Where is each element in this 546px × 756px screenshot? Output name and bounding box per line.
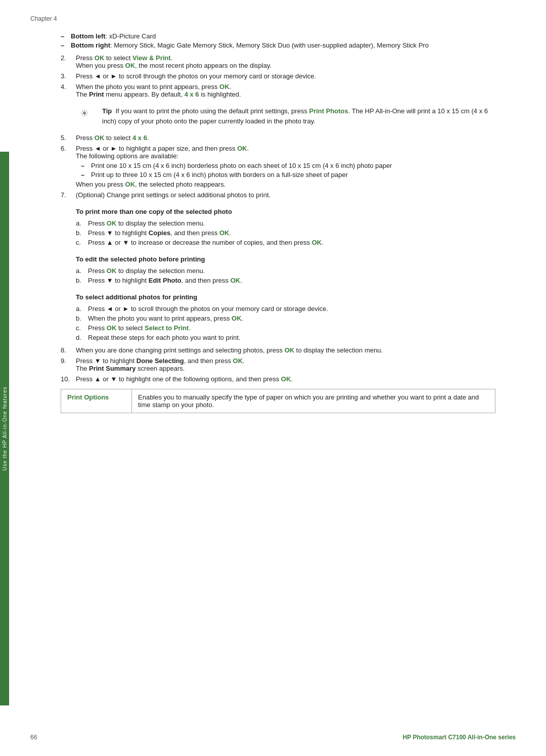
ok-green: OK [107, 267, 117, 275]
page-number: 66 [30, 734, 37, 741]
ok-green4: OK [95, 134, 105, 142]
step-8: 8. When you are done changing print sett… [61, 346, 495, 354]
ok-green6: OK [125, 181, 135, 188]
footer: 66 HP Photosmart C7100 All-in-One series [30, 734, 516, 741]
step-2: 2. Press OK to select View & Print. When… [61, 54, 495, 69]
ok-green2: OK [125, 62, 135, 69]
list-item: a. Press OK to display the selection men… [76, 267, 495, 275]
chapter-label: Chapter 4 [30, 15, 516, 22]
table-row: Print Options Enables you to manually sp… [61, 389, 495, 413]
step-4-line1: When the photo you want to print appears… [76, 83, 495, 91]
list-item: a. Press OK to display the selection men… [76, 219, 495, 227]
step-7-row: 7. (Optional) Change print settings or s… [61, 191, 495, 199]
step-num: 9. [61, 357, 76, 372]
alpha-label: b. [76, 315, 88, 322]
tip-box: ☀ Tip If you want to print the photo usi… [76, 104, 495, 128]
step-2-line1: Press OK to select View & Print. [76, 54, 495, 62]
ok-green8: OK [233, 357, 243, 365]
alpha-label: d. [76, 334, 88, 341]
main-content: – Bottom left: xD-Picture Card – Bottom … [61, 32, 495, 413]
step-num: 7. [61, 191, 76, 199]
step-4-row: 4. When the photo you want to print appe… [61, 83, 495, 98]
bullet-text: Print one 10 x 15 cm (4 x 6 inch) border… [91, 162, 392, 169]
item-text: Press OK to display the selection menu. [88, 219, 205, 227]
item-text: Repeat these steps for each photo you wa… [88, 334, 240, 341]
alpha-list: a. Press ◄ or ► to scroll through the ph… [76, 305, 495, 341]
subsection-edit: To edit the selected photo before printi… [76, 255, 495, 284]
step-num: 2. [61, 54, 76, 69]
step-8-row: 8. When you are done changing print sett… [61, 346, 495, 354]
list-item: d. Repeat these steps for each photo you… [76, 334, 495, 341]
step-9-line2: The Print Summary screen appears. [76, 365, 495, 372]
item-text: Press ▲ or ▼ to increase or decrease the… [88, 239, 324, 246]
step-num: 4. [61, 83, 76, 98]
4x6-green2: 4 x 6 [132, 134, 147, 142]
subsection-title: To select additional photos for printing [76, 293, 495, 301]
list-item: c. Press OK to select Select to Print. [76, 324, 495, 332]
bullet-text: Bottom left: xD-Picture Card [71, 32, 156, 40]
item-text: Press OK to display the selection menu. [88, 267, 205, 275]
item-text: Press ◄ or ► to scroll through the photo… [88, 305, 328, 313]
step-num: 6. [61, 145, 76, 188]
or-text: or [103, 72, 109, 80]
step-num: 10. [61, 375, 76, 383]
list-item: – Print up to three 10 x 15 cm (4 x 6 in… [81, 171, 495, 179]
list-item: b. Press ▼ to highlight Edit Photo, and … [76, 277, 495, 284]
ok-green5: OK [237, 145, 247, 152]
list-item: – Bottom right: Memory Stick, Magic Gate… [61, 41, 495, 49]
step-6-content: Press ◄ or ► to highlight a paper size, … [76, 145, 495, 188]
subsection-title: To edit the selected photo before printi… [76, 255, 495, 263]
ok-green: OK [231, 277, 241, 284]
list-item: – Print one 10 x 15 cm (4 x 6 inch) bord… [81, 162, 495, 169]
step-4: 4. When the photo you want to print appe… [61, 83, 495, 98]
step-num: 8. [61, 346, 76, 354]
alpha-label: b. [76, 229, 88, 237]
sidebar-bar: Use the HP All-in-One features [0, 152, 9, 705]
bullet-text: Bottom right: Memory Stick, Magic Gate M… [71, 41, 429, 49]
step-3-content: Press ◄ or ► to scroll through the photo… [76, 72, 495, 80]
step-10-content: Press ▲ or ▼ to highlight one of the fol… [76, 375, 495, 383]
subsection-title: To print more than one copy of the selec… [76, 208, 495, 215]
item-text: Press OK to select Select to Print. [88, 324, 191, 332]
4x6-green: 4 x 6 [185, 91, 199, 98]
alpha-list: a. Press OK to display the selection men… [76, 267, 495, 284]
list-item: – Bottom left: xD-Picture Card [61, 32, 495, 40]
step-3: 3. Press ◄ or ► to scroll through the ph… [61, 72, 495, 80]
alpha-label: b. [76, 277, 88, 284]
product-name: HP Photosmart C7100 All-in-One series [403, 734, 516, 741]
step-6-bullets: – Print one 10 x 15 cm (4 x 6 inch) bord… [81, 162, 495, 179]
step-8-content: When you are done changing print setting… [76, 346, 495, 354]
ok-green: OK [219, 229, 230, 237]
list-item: c. Press ▲ or ▼ to increase or decrease … [76, 239, 495, 246]
alpha-label: c. [76, 324, 88, 332]
ok-green: OK [95, 54, 105, 62]
alpha-label: a. [76, 219, 88, 227]
step-4-content: When the photo you want to print appears… [76, 83, 495, 98]
list-item: b. Press ▼ to highlight Copies, and then… [76, 229, 495, 237]
step-5: 5. Press OK to select 4 x 6. [61, 134, 495, 142]
ok-green: OK [107, 324, 117, 332]
step-7-content: (Optional) Change print settings or sele… [76, 191, 495, 199]
step-6-line2: The following options are available: [76, 152, 495, 160]
step-7: 7. (Optional) Change print settings or s… [61, 191, 495, 199]
alpha-list: a. Press OK to display the selection men… [76, 219, 495, 246]
tip-icon: ☀ [80, 107, 98, 119]
page: Use the HP All-in-One features Chapter 4… [0, 0, 546, 756]
print-photos-green: Print Photos [309, 107, 348, 115]
select-to-print-green: Select to Print [145, 324, 189, 332]
dash-icon: – [61, 41, 71, 49]
ok-green7: OK [285, 346, 295, 354]
subsection-copies: To print more than one copy of the selec… [76, 208, 495, 246]
step-9-row: 9. Press ▼ to highlight Done Selecting, … [61, 357, 495, 372]
tip-text: Tip If you want to print the photo using… [102, 106, 491, 126]
ok-green9: OK [281, 375, 291, 383]
ok-green3: OK [219, 83, 230, 91]
alpha-label: a. [76, 305, 88, 313]
table-cell-description: Enables you to manually specify the type… [132, 389, 495, 413]
subsection-select-photos: To select additional photos for printing… [76, 293, 495, 341]
dash-icon: – [81, 171, 91, 179]
dash-icon: – [61, 32, 71, 40]
step-5-content: Press OK to select 4 x 6. [76, 134, 495, 142]
step-2-row: 2. Press OK to select View & Print. When… [61, 54, 495, 69]
or-text2: or [103, 145, 109, 152]
